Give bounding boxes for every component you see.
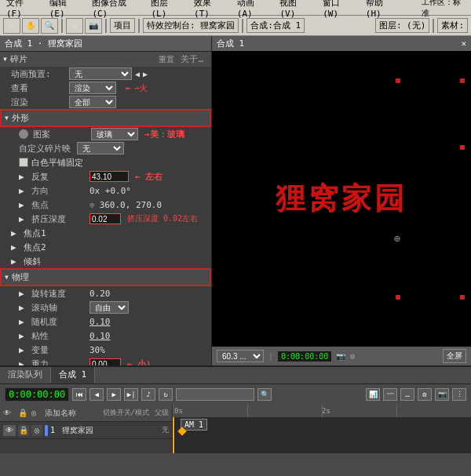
extrude-expand[interactable]: ▶ [19, 214, 28, 224]
menu-view[interactable]: 视图(V) [276, 0, 313, 19]
tl-btn-loop[interactable]: ↻ [159, 388, 173, 401]
preview-comp-name: 合成 1 [217, 38, 244, 49]
menubar: 文件(F) 编辑(E) 图像合成(C) 图层(L) 效果(T) 动画(A) 视图… [0, 0, 471, 16]
menu-animation[interactable]: 动画(A) [234, 0, 271, 19]
animation-preset-row: 动画预置: 无 ◀ ▶ [0, 67, 211, 81]
menu-composition[interactable]: 图像合成(C) [89, 0, 141, 19]
tl-btn-dots[interactable]: … [400, 388, 414, 401]
toolbar-btn-rotate[interactable]: ↻ [66, 18, 83, 34]
preview-header-close[interactable]: ✕ [461, 38, 466, 49]
layer-solo-icon[interactable]: ◎ [31, 425, 42, 436]
extrude-depth-input[interactable] [89, 213, 121, 224]
timeline-controls: 0:00:00:00 ⏮ ◀ ▶ ▶| ♪ ↻ 🔍 📊 〰 … ⚙ 📷 ⋮ [0, 384, 471, 405]
tl-btn-more[interactable]: ⋮ [452, 388, 466, 401]
appearance-section[interactable]: ▼ 外形 [0, 109, 211, 127]
ruler-tick-1 [247, 405, 248, 417]
direction-value: 0x +0.0° [89, 186, 131, 196]
tl-btn-graph[interactable]: 📊 [366, 388, 380, 401]
animation-preset-select[interactable]: 无 [69, 67, 132, 80]
white-balance-label: 白色平铺固定 [31, 157, 83, 169]
shards-section[interactable]: ▼ 碎片 重置 关于… [0, 52, 211, 67]
anim-prev-btn[interactable]: ◀ [135, 70, 140, 78]
repeat-expand[interactable]: ▶ [19, 172, 28, 181]
focus2-expand[interactable]: ▶ [11, 242, 20, 253]
tl-btn-audio[interactable]: ♪ [141, 388, 155, 401]
tl-btn-camera2[interactable]: 📷 [435, 388, 449, 401]
viscosity-value: 0.10 [89, 331, 111, 341]
pattern-icon [19, 129, 28, 139]
focus-expand[interactable]: ▶ [19, 200, 28, 210]
toolbar-btn-hand[interactable]: ✋ [22, 18, 39, 34]
gravity-row: ▶ 重力 ← 小） [0, 357, 211, 365]
menu-layer[interactable]: 图层(L) [148, 0, 184, 19]
rotation-expand[interactable]: ▶ [19, 289, 28, 299]
fullscreen-btn[interactable]: 全屏 [443, 349, 466, 363]
tl-btn-prev-frame[interactable]: ◀ [89, 388, 104, 401]
zoom-select[interactable]: 60.3 ... [217, 350, 264, 362]
rotation-speed-label: 旋转速度 [31, 288, 86, 300]
timeline-timecode[interactable]: 0:00:00:00 [5, 387, 69, 402]
appearance-label: 外形 [12, 112, 29, 124]
custom-map-row: 自定义碎片映 无 [0, 141, 211, 155]
gravity-label: 重力 [31, 358, 86, 366]
repeat-label: 反复 [31, 171, 86, 183]
menu-window[interactable]: 窗口(W) [319, 0, 356, 19]
repeat-input[interactable] [89, 171, 129, 182]
render-select[interactable]: 全部 [69, 96, 116, 108]
focus1-expand[interactable]: ▶ [11, 228, 20, 238]
tl-btn-rewind[interactable]: ⏮ [72, 388, 86, 401]
tl-btn-next-frame[interactable]: ▶| [124, 388, 138, 401]
mass-label: 变量 [31, 344, 86, 356]
timeline-search[interactable] [176, 388, 254, 401]
menu-edit[interactable]: 编辑(E) [46, 0, 83, 19]
physics-section[interactable]: ▼ 物理 [0, 268, 211, 286]
pattern-select[interactable]: 玻璃 [91, 128, 138, 140]
physics-label: 物理 [12, 271, 29, 283]
shards-reset[interactable]: 重置 [159, 54, 174, 65]
gravity-annotation: ← 小） [127, 358, 155, 366]
playhead[interactable] [173, 417, 174, 453]
mass-expand[interactable]: ▶ [19, 345, 28, 355]
query-row: 查看 渲染 ← →火 [0, 81, 211, 95]
custom-map-select[interactable]: 无 [77, 142, 124, 154]
tl-btn-search-icon[interactable]: 🔍 [257, 388, 272, 401]
anim-next-btn[interactable]: ▶ [143, 70, 148, 78]
gravity-input[interactable] [89, 358, 121, 365]
timeline-area: 渲染队列 合成 1 0:00:00:00 ⏮ ◀ ▶ ▶| ♪ ↻ 🔍 📊 〰 … [0, 365, 471, 453]
gradient-row: ▶ 倾斜 [0, 254, 211, 268]
tab-comp1[interactable]: 合成 1 [51, 367, 95, 383]
randomness-value: 0.10 [89, 317, 111, 327]
menu-file[interactable]: 文件(F) [3, 0, 40, 19]
gradient-expand[interactable]: ▶ [11, 256, 20, 267]
tl-btn-motion[interactable]: 〰 [383, 388, 397, 401]
menu-help[interactable]: 帮助(H) [363, 0, 400, 19]
toolbar-btn-camera[interactable]: 📷 [85, 18, 102, 34]
footer-timecode: 0:00:00:00 [278, 351, 331, 362]
layer-lock-icon[interactable]: 🔒 [18, 425, 29, 436]
footer-settings-icon[interactable]: ⚙ [350, 352, 355, 361]
tl-btn-settings[interactable]: ⚙ [418, 388, 432, 401]
timeline-tabs: 渲染队列 合成 1 [0, 367, 471, 384]
focus1-row: ▶ 焦点1 [0, 226, 211, 240]
ruler-tick-3 [396, 405, 397, 417]
focus1-label: 焦点1 [24, 227, 46, 239]
query-select[interactable]: 渲染 [69, 82, 116, 94]
tumble-axis-select[interactable]: 自由 [89, 301, 129, 314]
tl-btn-play[interactable]: ▶ [107, 388, 121, 401]
toolbar-btn-zoom[interactable]: 🔍 [41, 18, 58, 34]
toolbar-btn-pointer[interactable]: ↖ [3, 18, 20, 34]
preview-canvas[interactable]: ⊕ 狸窝家园 [212, 51, 471, 347]
comp-panel-label: 合成:合成 1 [246, 18, 305, 33]
focus2-label: 焦点2 [24, 242, 46, 253]
tab-render-queue[interactable]: 渲染队列 [0, 367, 51, 383]
tumble-expand[interactable]: ▶ [19, 303, 28, 313]
menu-effect[interactable]: 效果(T) [191, 0, 228, 19]
randomness-expand[interactable]: ▶ [19, 317, 28, 327]
direction-expand[interactable]: ▶ [19, 186, 28, 196]
layer-vis-icon[interactable]: 👁 [3, 425, 16, 436]
focus-row: ▶ 焦点 ⊕ 360.0, 270.0 [0, 198, 211, 212]
viscosity-expand[interactable]: ▶ [19, 331, 28, 341]
gravity-expand[interactable]: ▶ [19, 359, 28, 366]
white-balance-checkbox[interactable] [19, 158, 28, 167]
layer-header-switches: 切换开关/模式 [103, 408, 149, 418]
